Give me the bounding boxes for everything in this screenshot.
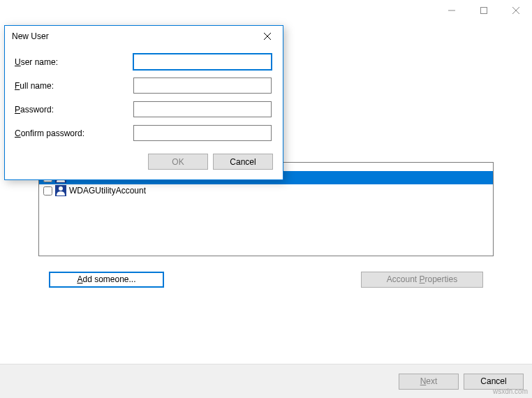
watermark: wsxdn.com: [493, 388, 528, 395]
user-label: WDAGUtilityAccount: [69, 186, 146, 196]
close-button[interactable]: [500, 0, 532, 21]
maximize-button[interactable]: [468, 0, 500, 21]
fullname-label: Full name:: [15, 81, 133, 91]
password-label: Password:: [15, 105, 133, 115]
user-checkbox[interactable]: [43, 186, 52, 196]
confirm-password-label: Confirm password:: [15, 128, 133, 138]
table-row[interactable]: WDAGUtilityAccount: [39, 184, 493, 198]
main-titlebar: [0, 0, 532, 21]
add-someone-button[interactable]: Add someone...: [49, 272, 164, 288]
username-label: User name:: [15, 57, 133, 67]
action-row: Add someone... Account Properties: [38, 272, 494, 288]
close-icon[interactable]: [251, 26, 283, 47]
dialog-buttons: OK Cancel: [15, 154, 273, 170]
fullname-input[interactable]: [133, 78, 272, 94]
svg-point-9: [59, 186, 63, 191]
dialog-title: New User: [12, 31, 49, 41]
svg-rect-1: [481, 8, 487, 14]
account-properties-button[interactable]: Account Properties: [361, 272, 483, 288]
new-user-dialog: New User User name: Full name: Password:…: [4, 25, 283, 180]
username-input[interactable]: [133, 54, 272, 70]
dialog-titlebar[interactable]: New User: [5, 26, 283, 47]
user-icon: [55, 185, 66, 196]
dialog-cancel-button[interactable]: Cancel: [213, 154, 273, 170]
ok-button[interactable]: OK: [148, 154, 208, 170]
minimize-button[interactable]: [436, 0, 468, 21]
dialog-body: User name: Full name: Password: Confirm …: [5, 47, 283, 179]
next-button[interactable]: Next: [399, 374, 459, 390]
password-input[interactable]: [133, 101, 272, 117]
bottom-bar: Next Cancel: [0, 364, 532, 398]
confirm-password-input[interactable]: [133, 125, 272, 141]
